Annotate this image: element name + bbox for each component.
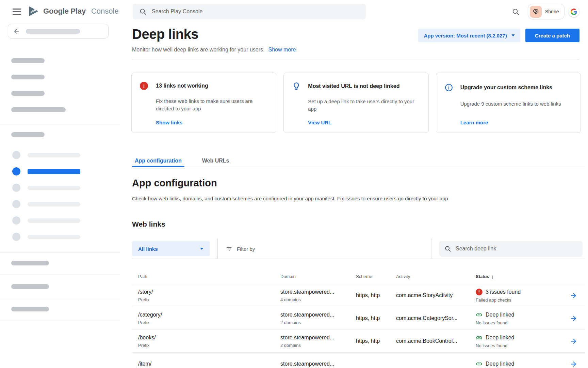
sidebar-divider <box>0 321 120 321</box>
nav-item-icon-skeleton <box>12 200 20 208</box>
nav-item-icon-skeleton <box>12 233 20 241</box>
table-row[interactable]: /story/Prefix store.steampowered...4 dom… <box>132 284 585 307</box>
row-status: Deep linked <box>486 312 514 318</box>
row-domain-count: 4 domains <box>280 297 356 302</box>
row-detail-arrow[interactable] <box>561 353 585 368</box>
row-scheme: https, http <box>356 315 396 321</box>
sidebar-divider <box>0 299 120 299</box>
row-path: /category/ <box>138 312 280 318</box>
column-header-path[interactable]: Path <box>138 274 280 279</box>
row-detail-arrow[interactable] <box>561 284 585 307</box>
table-row[interactable]: /books/Prefix store.steampowered...2 dom… <box>132 330 585 353</box>
nav-item-icon-skeleton <box>12 167 20 175</box>
card-body: Upgrade 9 custom scheme links to web lin… <box>460 100 569 113</box>
nav-item-icon-skeleton <box>12 216 20 225</box>
filter-icon <box>226 246 232 252</box>
nav-item-skeleton[interactable] <box>12 216 108 225</box>
row-detail-arrow[interactable] <box>561 330 585 352</box>
all-links-label: All links <box>138 246 158 252</box>
card-upgrade-scheme-links: Upgrade your custom scheme links Upgrade… <box>436 73 581 133</box>
table-row[interactable]: /category/Prefix store.steampowered...2 … <box>132 307 585 330</box>
card-body: Fix these web links to make sure users a… <box>156 97 265 116</box>
row-status-detail: Failed app checks <box>476 297 561 303</box>
table-row[interactable]: /item/ store.steampowered... Deep linked <box>132 353 585 368</box>
row-detail-arrow[interactable] <box>561 307 585 329</box>
nav-skeleton-item[interactable] <box>11 91 45 96</box>
row-domain-count: 2 domains <box>280 343 356 348</box>
row-activity: com.acme.CategorySor... <box>396 315 476 321</box>
arrow-forward-icon <box>570 315 577 322</box>
filter-by-label: Filter by <box>237 246 255 252</box>
chevron-down-icon <box>200 248 203 250</box>
lightbulb-icon <box>292 80 308 92</box>
nav-item-selected-deep-links[interactable] <box>12 167 108 175</box>
page-title: Deep links <box>132 27 198 42</box>
card-most-visited-url: Most visited URL is not deep linked Set … <box>283 73 428 133</box>
row-status-detail: No issues found <box>476 343 561 348</box>
card-body: Set up a deep link to take users directl… <box>308 98 417 116</box>
row-path: /story/ <box>138 289 280 295</box>
show-links-link[interactable]: Show links <box>156 120 268 125</box>
nav-skeleton-item[interactable] <box>11 75 45 79</box>
app-version-dropdown[interactable]: App version: Most recent (8.2.027) <box>418 29 520 42</box>
info-icon <box>444 80 460 95</box>
view-url-link[interactable]: View URL <box>308 120 420 125</box>
card-title: 13 links not working <box>156 83 268 89</box>
header-divider <box>132 60 579 60</box>
header-search-icon[interactable] <box>512 8 520 16</box>
table-toolbar: All links Filter by <box>132 239 585 259</box>
nav-item-icon-skeleton <box>12 184 20 192</box>
deep-link-search-bar[interactable] <box>439 241 583 257</box>
show-more-link[interactable]: Show more <box>268 47 296 53</box>
row-path: /books/ <box>138 335 280 341</box>
row-status-detail: No issues found <box>476 320 561 325</box>
nav-item-skeleton[interactable] <box>12 151 108 159</box>
row-domain: store.steampowered... <box>280 335 356 341</box>
search-icon <box>444 245 451 252</box>
row-path: /item/ <box>138 361 280 367</box>
nav-section-skeleton <box>11 132 45 137</box>
tab-bar: App configuration Web URLs <box>132 155 585 167</box>
row-domain-count: 2 domains <box>280 320 356 325</box>
back-button[interactable] <box>8 24 109 39</box>
back-label-skeleton <box>26 29 80 34</box>
create-patch-button[interactable]: Create a patch <box>525 29 579 42</box>
error-icon <box>476 289 483 295</box>
app-version-label: App version: Most recent (8.2.027) <box>424 33 507 39</box>
menu-icon[interactable] <box>13 9 21 15</box>
toolbar-divider <box>431 239 431 259</box>
column-header-scheme[interactable]: Scheme <box>356 274 396 279</box>
row-path-type: Prefix <box>138 343 280 348</box>
toolbar-divider <box>217 239 218 259</box>
nav-section-skeleton[interactable] <box>11 284 49 289</box>
nav-item-skeleton[interactable] <box>12 184 108 192</box>
nav-skeleton-item[interactable] <box>11 107 66 112</box>
nav-item-skeleton[interactable] <box>12 233 108 241</box>
logo-product-text: Console <box>91 7 119 16</box>
sort-descending-icon: ↓ <box>491 274 494 279</box>
app-selector-chip[interactable]: Shrine <box>528 4 565 19</box>
learn-more-link[interactable]: Learn more <box>460 120 572 125</box>
tab-app-configuration[interactable]: App configuration <box>132 155 184 167</box>
filter-by-button[interactable]: Filter by <box>226 239 255 259</box>
all-links-dropdown[interactable]: All links <box>132 241 210 256</box>
play-console-logo-icon <box>28 5 39 17</box>
app-icon-shrine <box>530 6 542 18</box>
global-search-input[interactable] <box>152 9 359 15</box>
tab-web-urls[interactable]: Web URLs <box>199 155 232 167</box>
column-header-status[interactable]: Status ↓ <box>476 274 561 279</box>
google-account-icon[interactable] <box>569 6 579 17</box>
sidebar-divider <box>0 252 120 252</box>
nav-section-skeleton[interactable] <box>11 261 49 265</box>
row-status: Deep linked <box>486 335 514 341</box>
global-search-bar[interactable] <box>133 4 366 19</box>
column-header-activity[interactable]: Activity <box>396 274 476 279</box>
column-header-domain[interactable]: Domain <box>280 274 356 279</box>
section-title: App configuration <box>132 178 217 189</box>
nav-item-icon-skeleton <box>12 151 20 159</box>
deep-link-search-input[interactable] <box>456 246 577 252</box>
nav-skeleton-item[interactable] <box>11 58 45 63</box>
top-bar: Google PlayConsole Shrine <box>0 0 588 23</box>
nav-item-skeleton[interactable] <box>12 200 108 208</box>
nav-section-skeleton[interactable] <box>11 307 49 311</box>
